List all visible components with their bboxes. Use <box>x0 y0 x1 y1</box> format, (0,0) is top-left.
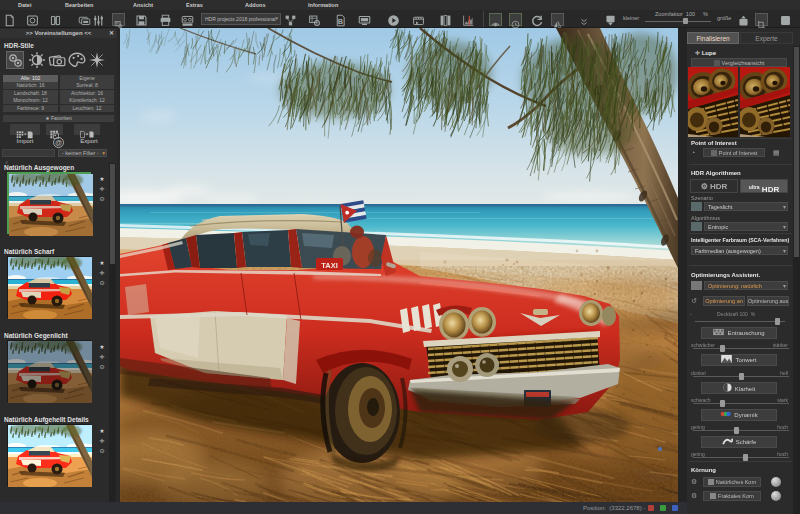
svg-text:TAXI: TAXI <box>321 261 338 270</box>
svg-text:B: B <box>338 17 343 26</box>
